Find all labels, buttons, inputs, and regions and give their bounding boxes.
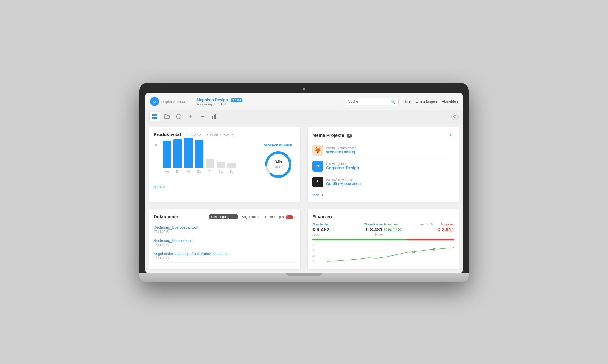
productivity-header: Produktivität 12.11.2018 – 18.11.2018 (K… [154, 132, 296, 137]
productivity-section: Produktivität 12.11.2018 – 18.11.2018 (K… [149, 127, 300, 202]
productivity-date: 12.11.2018 – 18.11.2018 (KW 46) [185, 133, 235, 136]
finance-einnahmen-value: € 5.113 [384, 227, 419, 233]
logo-area: p papierkram.de [150, 97, 192, 106]
doc-name-1[interactable]: Rechnung_Buerobedarf.pdf [154, 225, 296, 230]
wochenstunden-label: Wochenstunden [264, 143, 292, 147]
bar-fr-label: Fr [208, 170, 211, 173]
projects-header: Meine Projekte 3 + [312, 132, 454, 139]
toolbar-dashboard-btn[interactable] [149, 112, 160, 121]
y-axis-label: 8h [154, 143, 157, 147]
tab-rechnungen-badge: 15+ [286, 215, 293, 219]
donut-chart: 34h 40h [263, 150, 293, 180]
bar-mi-fill [184, 138, 193, 168]
finance-offen-value: € 8.481 [348, 227, 383, 233]
finance-abrechenbar-sub: netto [312, 233, 347, 236]
finance-section: Finanzen Abrechenbar € 9.482 netto Offen… [308, 209, 459, 269]
bar-di-label: Di [176, 170, 179, 173]
bar-mi: Mi [184, 138, 193, 173]
add-project-btn[interactable]: + [447, 132, 454, 139]
org-area: Mephisto Design TEAM Ansgar Agenturchef [197, 97, 340, 106]
sparkline-container: 6k 5k 4k 3k [312, 243, 454, 264]
doc-item-3: Angebotsbestaetigung_AnnasAutowerkstatt.… [154, 249, 296, 263]
svg-rect-3 [155, 117, 157, 119]
bar-do-label: Do [197, 170, 201, 173]
org-name: Mephisto Design TEAM [197, 97, 340, 102]
chart-area: 8h Mo Di [154, 141, 296, 182]
toolbar-folder-btn[interactable] [161, 112, 172, 121]
screen: p papierkram.de Mephisto Design TEAM Ans… [145, 93, 463, 273]
toolbar-add-btn[interactable]: + [185, 112, 196, 121]
svg-text:34h: 34h [275, 160, 282, 164]
productivity-title: Produktivität [154, 132, 181, 137]
bar-mo-label: Mo [165, 170, 169, 173]
laptop-base [139, 273, 469, 282]
main-area: Produktivität 12.11.2018 – 18.11.2018 (K… [145, 123, 463, 273]
finance-offen-label: Offene Posten [348, 223, 383, 226]
finance-offen-sub: brutto [348, 233, 383, 236]
project-icon-1: 🦊 [312, 145, 323, 156]
app-header: p papierkram.de Mephisto Design TEAM Ans… [145, 93, 463, 110]
bar-fr-fill [206, 159, 214, 168]
svg-rect-5 [212, 116, 213, 119]
projects-more-link[interactable]: Mehr > [312, 193, 454, 197]
tab-posteingang[interactable]: Posteingang 3 [209, 214, 238, 219]
tab-rechnungen[interactable]: Rechnungen 15+ [263, 214, 296, 219]
finance-ausgaben: seit 14.10. Ausgaben € 2.911 [420, 223, 455, 236]
project-info-3: Annas Autowerkstatt Quality-Assurance [326, 178, 454, 186]
doc-item-1: Rechnung_Buerobedarf.pdf 07.11.2018 [154, 223, 296, 236]
bar-mo-fill [163, 141, 171, 168]
finance-abrechenbar-label: Abrechenbar [312, 223, 347, 226]
sparkline-label-6k: 6k [312, 243, 315, 246]
bar-so-label: So [230, 170, 233, 173]
top-row: Produktivität 12.11.2018 – 18.11.2018 (K… [145, 123, 463, 206]
finance-offen: Offene Posten € 8.481 brutto [348, 223, 383, 236]
toolbar-chart-btn[interactable] [209, 112, 220, 121]
help-link[interactable]: Hilfe [403, 99, 411, 104]
projects-section: Meine Projekte 3 + 🦊 Autohaus Mustermann… [308, 127, 459, 202]
project-info-1: Autohaus Mustermann Website Umzug [326, 146, 454, 154]
bar-so: So [227, 163, 236, 173]
bar-so-fill [227, 163, 236, 168]
search-box[interactable]: 🔍 [345, 98, 399, 105]
svg-text:40h: 40h [275, 165, 281, 169]
doc-name-2[interactable]: Rechnung_Notebook.pdf [154, 239, 296, 243]
bar-sa-label: Sa [219, 170, 223, 173]
toolbar-minus-btn[interactable]: − [197, 112, 208, 121]
search-input[interactable] [348, 99, 389, 104]
toolbar-clock-btn[interactable] [173, 112, 184, 121]
laptop-frame: p papierkram.de Mephisto Design TEAM Ans… [139, 83, 469, 282]
documents-title: Dokumente [154, 214, 178, 219]
productivity-more-link[interactable]: Mehr > [154, 185, 296, 189]
project-name-2[interactable]: Corporate Design [326, 166, 454, 170]
org-role: Ansgar Agenturchef [197, 102, 340, 106]
doc-tabs: Posteingang 3 Angebote 9 Rechnungen 15+ [209, 214, 296, 219]
sparkline-label-3k: 3k [312, 260, 315, 263]
finance-ausgaben-value: € 2.911 [420, 227, 455, 233]
logout-link[interactable]: Abmelden [442, 99, 458, 104]
documents-section: Dokumente Posteingang 3 Angebote 9 [149, 209, 300, 269]
project-icon-3: ⏱ [312, 177, 323, 187]
project-item-3: ⏱ Annas Autowerkstatt Quality-Assurance [312, 174, 454, 190]
tab-posteingang-badge: 3 [231, 215, 236, 219]
doc-date-2: 07.11.2018 [154, 243, 296, 247]
project-name-3[interactable]: Quality-Assurance [326, 181, 454, 186]
tab-angebote[interactable]: Angebote 9 [239, 214, 261, 219]
finance-green-bar [312, 239, 407, 240]
settings-link[interactable]: Einstellungen [415, 99, 437, 104]
project-icon-2: RE [312, 161, 323, 172]
doc-list: Rechnung_Buerobedarf.pdf 07.11.2018 Rech… [154, 223, 296, 263]
bar-chart-container: 8h Mo Di [154, 143, 257, 179]
finance-abrechenbar-value: € 9.482 [312, 227, 347, 233]
project-client-2: Der Honigladen [326, 162, 454, 166]
bar-sa-fill [217, 162, 225, 168]
toolbar-history-btn[interactable]: ⏱ [451, 113, 459, 120]
bar-chart: 8h Mo Di [154, 143, 257, 179]
doc-name-3[interactable]: Angebotsbestaetigung_AnnasAutowerkstatt.… [154, 252, 296, 256]
finance-header: Finanzen [312, 214, 454, 219]
project-name-1[interactable]: Website Umzug [326, 150, 454, 154]
logo-text: papierkram.de [161, 99, 186, 104]
sparkline-label-5k: 5k [312, 249, 315, 252]
svg-rect-2 [152, 117, 155, 119]
finance-ausgaben-label: Ausgaben [441, 223, 454, 226]
svg-rect-1 [155, 114, 157, 116]
